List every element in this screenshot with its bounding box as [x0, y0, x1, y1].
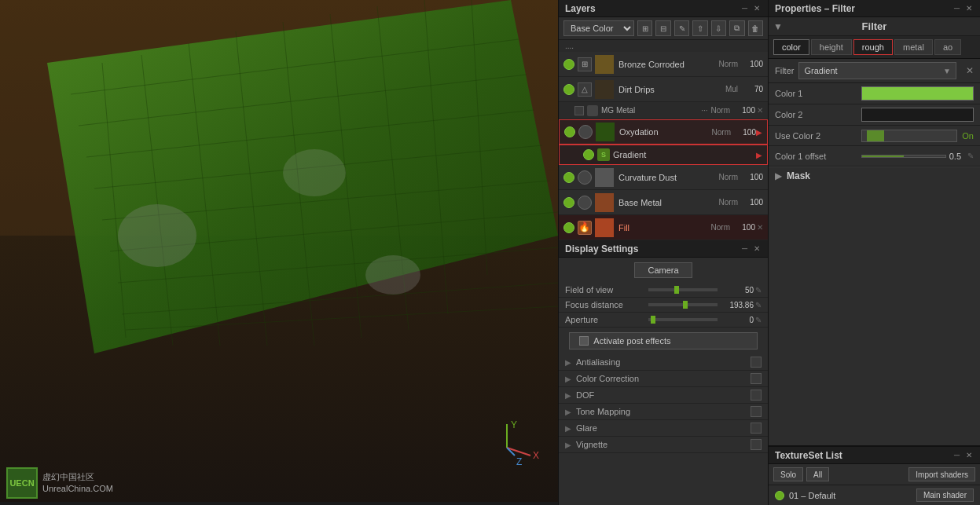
- fov-edit-icon[interactable]: ✎: [755, 286, 762, 295]
- ts-close-btn[interactable]: ✕: [964, 451, 974, 459]
- color1-offset-slider[interactable]: [861, 155, 946, 158]
- layers-tool-btn6[interactable]: ⧉: [729, 20, 744, 36]
- ts-eye[interactable]: [775, 491, 784, 500]
- use-color2-slider-bg[interactable]: [861, 130, 957, 142]
- layers-tool-btn1[interactable]: ⊞: [637, 20, 652, 36]
- ds-minimize-btn[interactable]: ─: [740, 244, 749, 253]
- tab-ao[interactable]: ao: [934, 39, 961, 55]
- ts-solo-btn[interactable]: Solo: [773, 467, 803, 481]
- color1-swatch[interactable]: [861, 86, 974, 101]
- post-effects-btn[interactable]: Activate post effects: [569, 332, 757, 349]
- effect-color-correction[interactable]: ▶ Color Correction: [559, 371, 768, 387]
- effect-antialiasing[interactable]: ▶ Antialiasing: [559, 354, 768, 371]
- tab-color-label: color: [782, 42, 801, 52]
- layer-eye-dirt[interactable]: [563, 84, 574, 95]
- props-close-btn[interactable]: ✕: [964, 4, 974, 13]
- focus-value: 193.86: [722, 301, 754, 309]
- use-color2-toggle: On: [962, 131, 974, 141]
- effect-dof[interactable]: ▶ DOF: [559, 387, 768, 404]
- props-minimize-btn[interactable]: ─: [952, 4, 961, 13]
- filter-title-bar: ▼ Filter: [769, 17, 980, 36]
- layer-bronze-corroded[interactable]: ⊞ Bronze Corroded Norm 100: [559, 52, 768, 77]
- layers-toolbar: Base Color ⊞ ⊟ ✎ ⇧ ⇩ ⧉ 🗑: [559, 17, 768, 40]
- properties-header: Properties – Filter ─ ✕: [769, 0, 980, 17]
- layer-name-dirt: Dirt Drips: [618, 85, 725, 94]
- layer-curvature-dust[interactable]: Curvature Dust Norm 100: [559, 165, 768, 190]
- focus-slider[interactable]: [648, 303, 718, 306]
- effect-glare[interactable]: ▶ Glare: [559, 420, 768, 437]
- gradient-expand[interactable]: ▶: [756, 151, 762, 159]
- layer-mg-metal[interactable]: MG Metal ··· Norm 100 ✕: [559, 102, 768, 119]
- filter-type-select-container[interactable]: Gradient ▼: [798, 62, 956, 79]
- filter-dropdown-arrow: ▼: [943, 67, 951, 75]
- focus-edit-icon[interactable]: ✎: [755, 301, 762, 309]
- layers-tool-btn5[interactable]: ⇩: [711, 20, 726, 36]
- color-correction-check[interactable]: [751, 373, 762, 384]
- layers-tool-btn2[interactable]: ⊟: [655, 20, 670, 36]
- tab-height[interactable]: height: [811, 39, 852, 55]
- viewport-resize-handle[interactable]: [0, 502, 558, 505]
- glare-check[interactable]: [751, 423, 762, 434]
- dof-check[interactable]: [751, 390, 762, 401]
- layer-oxydation[interactable]: Oxydation Norm 100 ▶: [559, 119, 768, 145]
- ts-main-shader-btn[interactable]: Main shader: [916, 489, 974, 502]
- layers-tool-btn4[interactable]: ⇧: [692, 20, 707, 36]
- layer-eye-oxy[interactable]: [564, 126, 575, 137]
- antialiasing-check[interactable]: [751, 357, 762, 368]
- mg-delete[interactable]: ✕: [757, 106, 763, 115]
- mask-row[interactable]: ▶ Mask: [769, 167, 980, 185]
- color1-offset-edit-icon[interactable]: ✎: [967, 152, 974, 160]
- layer-gradient[interactable]: S Gradient ▶: [559, 145, 768, 165]
- layers-panel-header: Layers ─ ✕: [559, 0, 768, 17]
- effect-vignette[interactable]: ▶ Vignette: [559, 437, 768, 453]
- layer-eye-fill[interactable]: [563, 222, 574, 233]
- layers-tool-btn7[interactable]: 🗑: [748, 20, 763, 36]
- ts-import-shaders-btn[interactable]: Import shaders: [908, 467, 975, 481]
- layer-lock-dirt[interactable]: △: [578, 82, 592, 97]
- filter-expand-arrow[interactable]: ▼: [773, 21, 783, 32]
- tone-mapping-check[interactable]: [751, 406, 762, 417]
- textureset-title: TextureSet List: [775, 450, 842, 461]
- sublayer-check-mg[interactable]: [574, 106, 584, 115]
- color2-swatch[interactable]: [861, 108, 974, 122]
- aperture-edit-icon[interactable]: ✎: [755, 316, 762, 324]
- aperture-value: 0: [722, 316, 754, 324]
- camera-btn[interactable]: Camera: [634, 262, 692, 278]
- gradient-eye[interactable]: [583, 149, 594, 160]
- sublayer-name-mg: MG Metal: [601, 106, 701, 115]
- layer-fill[interactable]: 🔥 Fill Norm 100 ✕: [559, 215, 768, 240]
- layers-minimize-btn[interactable]: ─: [740, 4, 749, 13]
- layer-eye-bm[interactable]: [563, 197, 574, 208]
- layer-circle-curv: [578, 170, 592, 185]
- ts-minimize-btn[interactable]: ─: [952, 451, 961, 459]
- layer-eye-bronze[interactable]: [563, 59, 574, 70]
- ds-close-btn[interactable]: ✕: [752, 244, 762, 253]
- viewport-scene: Y X Z: [0, 0, 558, 505]
- vignette-check[interactable]: [751, 439, 762, 450]
- focus-row: Focus distance 193.86 ✎: [559, 298, 768, 313]
- svg-point-22: [283, 149, 346, 196]
- layer-opacity-bm: 100: [741, 198, 763, 207]
- layers-tool-btn3[interactable]: ✎: [674, 20, 689, 36]
- ts-all-btn[interactable]: All: [806, 467, 829, 481]
- layer-dirt-drips[interactable]: △ Dirt Drips Mul 70: [559, 77, 768, 102]
- oxy-expand[interactable]: ▶: [756, 128, 762, 137]
- color1-offset-value: 0.5: [949, 152, 961, 161]
- filter-close-btn[interactable]: ✕: [966, 65, 974, 76]
- base-color-dropdown[interactable]: Base Color: [563, 20, 634, 36]
- layers-close-btn[interactable]: ✕: [752, 4, 762, 13]
- layer-blend-bm: Norm: [719, 198, 738, 207]
- tab-color[interactable]: color: [773, 39, 809, 55]
- 3d-viewport[interactable]: Y X Z UECN 虚幻中国社区 UnrealChina.COM: [0, 0, 558, 505]
- tab-metal[interactable]: metal: [894, 39, 933, 55]
- fill-delete[interactable]: ✕: [757, 223, 763, 232]
- display-settings-panel: Display Settings ─ ✕ Camera Field of vie…: [559, 240, 768, 505]
- antialiasing-label: Antialiasing: [576, 357, 751, 367]
- layer-lock-bronze[interactable]: ⊞: [578, 57, 592, 71]
- fov-slider[interactable]: [648, 288, 718, 291]
- tab-rough[interactable]: rough: [853, 39, 893, 55]
- effect-tone-mapping[interactable]: ▶ Tone Mapping: [559, 404, 768, 420]
- layer-base-metal[interactable]: Base Metal Norm 100: [559, 190, 768, 215]
- aperture-slider[interactable]: [648, 318, 718, 321]
- layer-eye-curv[interactable]: [563, 172, 574, 183]
